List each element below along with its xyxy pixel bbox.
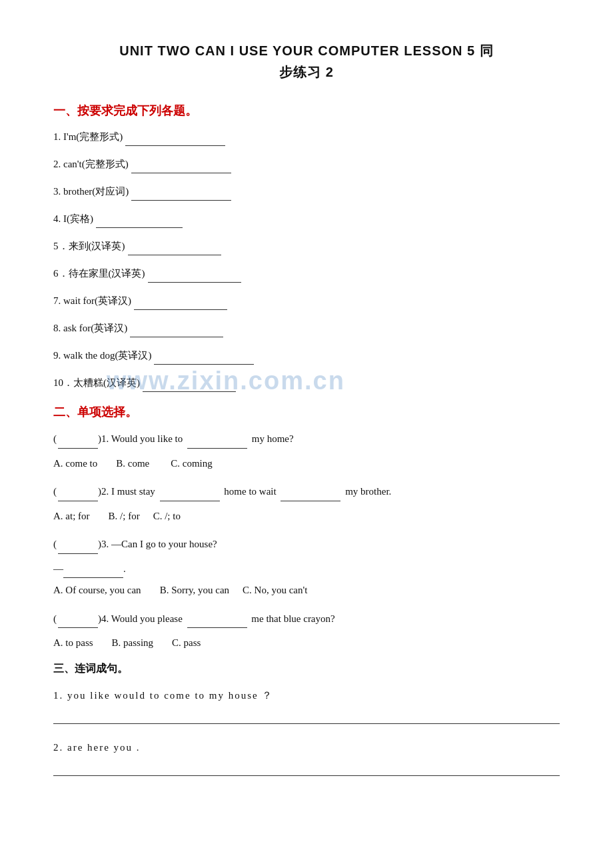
section2-header: 二、单项选择。	[53, 404, 560, 420]
mc-options-4: A. to passB. passingC. pass	[53, 633, 560, 653]
list-item: 6．待在家里(汉译英)	[53, 265, 560, 283]
section3-header: 三、连词成句。	[53, 662, 560, 676]
mc-question-2: ()2. I must stay home to wait my brother…	[53, 482, 560, 501]
list-item: 8. ask for(英译汉)	[53, 319, 560, 337]
mc-options-2: A. at; forB. /; forC. /; to	[53, 507, 560, 526]
section3-item-1: 1. you like would to come to my house ？	[53, 685, 560, 724]
list-item: 3. brother(对应词)	[53, 183, 560, 201]
mc-question-3: ()3. —Can I go to your house?	[53, 535, 560, 554]
page-title: UNIT TWO CAN I USE YOUR COMPUTER LESSON …	[53, 40, 560, 83]
list-item: 7. wait for(英译汉)	[53, 292, 560, 310]
list-item: 4. I(宾格)	[53, 210, 560, 228]
mc-question-4: ()4. Would you please me that blue crayo…	[53, 609, 560, 629]
section3-item-2: 2. are here you .	[53, 737, 560, 776]
mc-options-1: A. come toB. comeC. coming	[53, 454, 560, 473]
list-item: 5．来到(汉译英)	[53, 237, 560, 255]
mc-question-3-answer: —.	[53, 559, 560, 579]
list-item: 1. I'm(完整形式)	[53, 128, 560, 146]
mc-options-3: A. Of course, you canB. Sorry, you canC.…	[53, 581, 560, 600]
list-item: 9. walk the dog(英译汉)	[53, 347, 560, 365]
list-item: 10．太糟糕(汉译英)	[53, 374, 560, 392]
section1-header: 一、按要求完成下列各题。	[53, 103, 560, 119]
mc-question-1: ()1. Would you like to my home?	[53, 429, 560, 449]
list-item: 2. can't(完整形式)	[53, 155, 560, 173]
